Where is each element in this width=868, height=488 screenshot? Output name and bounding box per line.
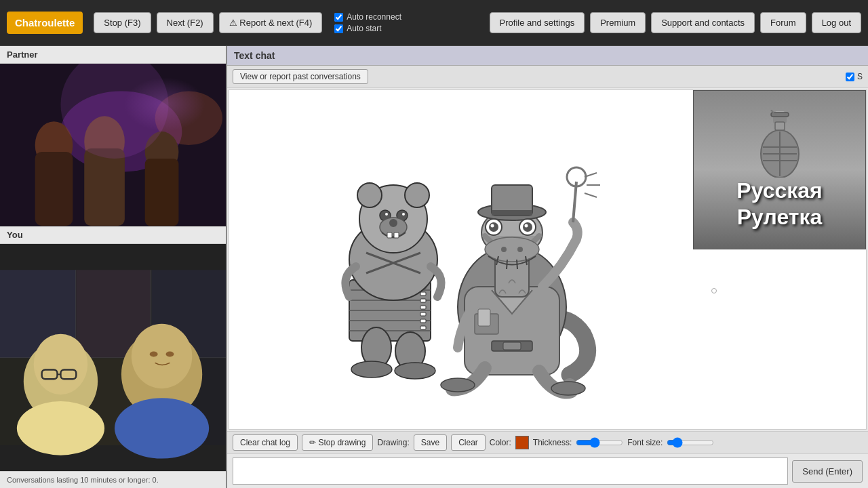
svg-point-74 <box>489 222 498 232</box>
main-layout: Partner <box>0 46 868 488</box>
auto-start-checkbox[interactable] <box>334 24 343 33</box>
svg-rect-44 <box>420 326 426 329</box>
partner-video <box>0 64 226 226</box>
svg-point-25 <box>17 401 104 455</box>
auto-reconnect-label[interactable]: Auto reconnect <box>334 12 401 22</box>
svg-point-47 <box>357 183 382 207</box>
svg-rect-42 <box>420 312 426 316</box>
ad-icon-svg <box>756 110 804 178</box>
conversation-info: Conversations lasting 10 minutes or long… <box>0 471 226 488</box>
report-next-button[interactable]: ⚠ Report & next (F4) <box>219 12 323 33</box>
svg-point-75 <box>491 224 494 228</box>
svg-line-82 <box>507 260 507 269</box>
chat-input-area: Send (Enter) <box>227 453 868 488</box>
svg-rect-56 <box>394 232 399 238</box>
sidebar: Partner <box>0 46 227 488</box>
stop-button[interactable]: Stop (F3) <box>94 12 151 33</box>
report-bar: View or report past conversations S <box>227 66 868 88</box>
svg-point-54 <box>389 219 397 227</box>
thickness-label: Thickness: <box>533 438 572 447</box>
svg-point-72 <box>485 237 539 262</box>
svg-point-48 <box>405 183 429 207</box>
svg-point-59 <box>351 361 392 378</box>
stop-drawing-button[interactable]: ✏ Stop drawing <box>302 434 373 451</box>
topbar: Chatroulette Stop (F3) Next (F2) ⚠ Repor… <box>0 0 868 46</box>
svg-rect-64 <box>503 342 521 350</box>
support-button[interactable]: Support and contacts <box>651 12 755 33</box>
svg-rect-41 <box>420 306 426 309</box>
drawing-label: Drawing: <box>377 438 409 447</box>
auto-reconnect-checkbox[interactable] <box>334 13 343 22</box>
ad-line1: Русская <box>736 178 822 203</box>
color-swatch[interactable] <box>515 436 529 449</box>
you-label: You <box>0 226 226 244</box>
svg-rect-43 <box>420 319 426 323</box>
svg-line-83 <box>517 260 517 269</box>
next-button[interactable]: Next (F2) <box>157 12 214 33</box>
ad-line2: Рулетка <box>737 204 822 230</box>
svg-rect-6 <box>84 148 125 226</box>
svg-point-78 <box>525 224 528 228</box>
save-drawing-button[interactable]: Save <box>414 434 447 451</box>
color-label: Color: <box>490 438 511 447</box>
svg-point-29 <box>150 352 158 357</box>
svg-rect-66 <box>478 309 490 326</box>
chat-input[interactable] <box>233 458 788 485</box>
svg-point-60 <box>395 363 435 379</box>
clear-drawing-button[interactable]: Clear <box>451 434 486 451</box>
svg-rect-55 <box>387 232 392 238</box>
forum-button[interactable]: Forum <box>760 12 806 33</box>
svg-point-90 <box>441 378 475 392</box>
svg-point-51 <box>385 213 388 216</box>
cartoon-svg <box>312 117 610 402</box>
svg-rect-4 <box>35 152 73 226</box>
chat-header: Text chat <box>227 46 868 66</box>
svg-rect-71 <box>492 210 532 216</box>
svg-point-52 <box>402 213 405 216</box>
svg-rect-39 <box>420 292 426 296</box>
svg-point-27 <box>132 324 192 388</box>
svg-rect-99 <box>775 122 785 130</box>
you-scene <box>0 244 226 471</box>
cursor-indicator <box>711 288 717 293</box>
clear-chat-log-button[interactable]: Clear chat log <box>233 434 298 451</box>
logout-button[interactable]: Log out <box>812 12 861 33</box>
save-checkbox[interactable] <box>846 73 854 81</box>
chat-area: Text chat View or report past conversati… <box>227 46 868 488</box>
you-section: Conversations lasting 10 minutes or long… <box>0 244 226 488</box>
pv-lights <box>124 77 205 131</box>
svg-rect-40 <box>420 299 426 302</box>
partner-video-canvas <box>0 64 226 226</box>
svg-point-30 <box>166 352 174 357</box>
svg-point-28 <box>115 398 209 458</box>
svg-rect-8 <box>145 159 179 226</box>
auto-start-label[interactable]: Auto start <box>334 24 401 33</box>
premium-button[interactable]: Premium <box>590 12 646 33</box>
svg-point-77 <box>523 222 532 232</box>
partner-label: Partner <box>0 46 226 64</box>
svg-point-21 <box>34 334 88 394</box>
logo[interactable]: Chatroulette <box>7 12 83 34</box>
save-checkbox-label[interactable]: S <box>846 72 863 81</box>
drawing-toolbar: Clear chat log ✏ Stop drawing Drawing: S… <box>227 431 868 453</box>
svg-point-91 <box>551 382 585 395</box>
profile-settings-button[interactable]: Profile and settings <box>490 12 585 33</box>
drawing-area[interactable]: Русская Рулетка <box>229 89 867 430</box>
cartoon-container <box>229 90 693 429</box>
thickness-slider[interactable] <box>576 437 623 448</box>
you-video <box>0 244 226 471</box>
font-size-slider[interactable] <box>667 437 714 448</box>
send-button[interactable]: Send (Enter) <box>792 460 863 483</box>
font-size-label: Font size: <box>627 438 663 447</box>
view-report-button[interactable]: View or report past conversations <box>233 69 368 84</box>
auto-options: Auto reconnect Auto start <box>334 12 401 33</box>
svg-point-79 <box>501 247 507 252</box>
svg-point-80 <box>517 247 523 252</box>
ad-overlay: Русская Рулетка <box>693 90 866 249</box>
